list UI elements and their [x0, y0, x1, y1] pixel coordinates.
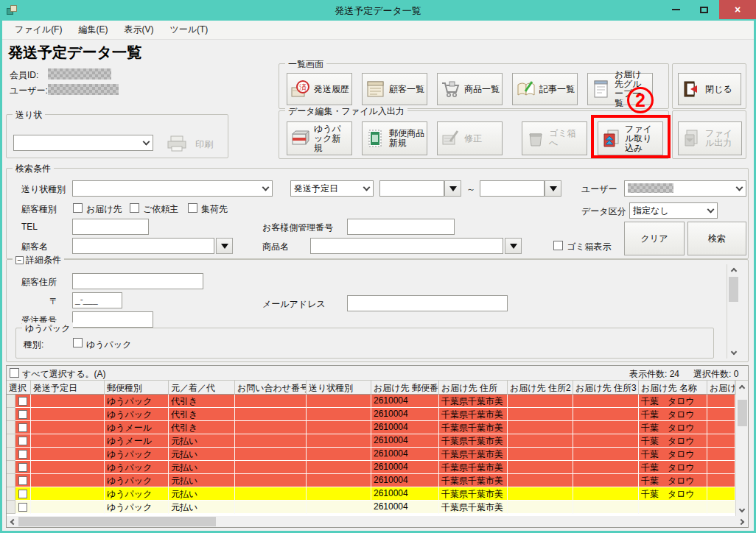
grid-column-header[interactable]: お届け先 名称	[639, 381, 707, 395]
menu-tools[interactable]: ツール(T)	[163, 21, 214, 38]
table-row[interactable]: ゆうパック元払い2610004千葉県千葉市美千葉 タロウ	[7, 461, 748, 474]
search-user-select[interactable]	[624, 180, 746, 197]
data-class-select[interactable]: 指定なし	[629, 202, 718, 219]
table-row[interactable]: ゆうメール代引き2610004千葉県千葉市美千葉 タロウ	[7, 421, 748, 434]
row-header[interactable]	[7, 395, 15, 408]
customer-name-input[interactable]	[72, 238, 214, 254]
grid-vertical-scrollbar[interactable]	[735, 381, 748, 516]
select-all-checkbox[interactable]	[10, 368, 19, 378]
grid-column-header[interactable]: お届け先	[707, 381, 735, 395]
scrollbar-thumb[interactable]	[729, 277, 738, 302]
customer-name-dropdown-button[interactable]	[216, 238, 233, 254]
grid-column-header[interactable]: お届け先 住所3	[573, 381, 639, 395]
grid-column-header[interactable]: 選択	[7, 381, 31, 395]
row-header[interactable]	[7, 461, 15, 474]
table-row[interactable]: ゆうパック代引き2610004千葉県千葉市美千葉 タロウ	[7, 395, 748, 408]
row-header[interactable]	[7, 408, 15, 421]
row-select-checkbox[interactable]	[18, 503, 27, 512]
postal-input[interactable]: _-___	[72, 292, 122, 308]
trash-view-checkbox[interactable]	[553, 241, 563, 250]
date-to-input[interactable]	[480, 180, 545, 197]
menu-file[interactable]: ファイル(F)	[8, 21, 69, 38]
file-export-icon	[681, 127, 703, 149]
close-screen-button[interactable]: 閉じる	[678, 73, 741, 105]
row-header[interactable]	[7, 448, 15, 461]
pickup-checkbox[interactable]	[188, 203, 197, 213]
row-header[interactable]	[7, 434, 15, 448]
scroll-down-button[interactable]	[727, 347, 740, 359]
yupack-new-button[interactable]: ゆうパック新規	[287, 121, 352, 155]
date-from-picker-button[interactable]	[444, 180, 461, 197]
product-list-button[interactable]: 商品一覧	[437, 73, 503, 105]
order-no-input[interactable]	[72, 311, 153, 328]
detail-scrollbar[interactable]	[727, 264, 739, 359]
table-row[interactable]: ゆうパック元払い2610004千葉県千葉市美千葉 タロウ	[7, 448, 748, 461]
scrollbar-thumb[interactable]	[738, 400, 747, 426]
row-select-checkbox[interactable]	[18, 476, 27, 485]
customer-admin-no-input[interactable]	[347, 219, 455, 235]
file-export-button[interactable]: ファイル出力	[678, 121, 742, 155]
customer-address-input[interactable]	[72, 273, 203, 289]
sender-checkbox[interactable]	[130, 203, 139, 213]
yupack-checkbox[interactable]	[73, 338, 83, 347]
grid-column-header[interactable]: お届け先 郵便番号	[371, 381, 439, 395]
scroll-up-button[interactable]	[727, 264, 740, 275]
grid-column-header[interactable]: 元／着／代	[169, 381, 235, 395]
product-name-input[interactable]	[310, 238, 503, 254]
row-select-checkbox[interactable]	[18, 410, 27, 419]
row-select-checkbox[interactable]	[18, 437, 27, 445]
row-select-checkbox[interactable]	[18, 423, 27, 432]
print-button[interactable]: 印刷	[195, 138, 213, 151]
table-row[interactable]: ゆうメール元払い2610004千葉県千葉市美千葉 タロウ	[7, 434, 748, 448]
menu-view[interactable]: 表示(V)	[117, 21, 160, 38]
scroll-up-button[interactable]	[736, 381, 748, 392]
row-select-checkbox[interactable]	[18, 463, 27, 472]
date-type-select[interactable]: 発送予定日	[290, 180, 374, 197]
scroll-right-button[interactable]	[737, 516, 748, 527]
grid-column-header[interactable]: 送り状種別	[307, 381, 371, 395]
row-header[interactable]	[7, 487, 15, 501]
article-list-button[interactable]: 記事一覧	[512, 73, 578, 105]
file-import-button[interactable]: ファイル取り込み	[598, 121, 663, 155]
product-name-dropdown-button[interactable]	[505, 238, 522, 254]
row-header[interactable]	[7, 501, 15, 514]
row-select-checkbox[interactable]	[18, 490, 27, 498]
edit-button[interactable]: 修正	[437, 121, 503, 155]
invoice-select[interactable]	[13, 135, 153, 151]
table-row[interactable]: ゆうパック元払い2610004千葉県千葉市美千葉 タロウ	[7, 487, 748, 501]
table-row[interactable]: ゆうパック元払い2610004千葉県千葉市美	[7, 501, 748, 514]
grid-column-header[interactable]: お問い合わせ番号	[235, 381, 307, 395]
mail-address-input[interactable]	[347, 295, 508, 311]
grid-horizontal-scrollbar[interactable]	[7, 516, 748, 527]
shipping-history-button[interactable]: 済 発送履歴	[287, 73, 352, 105]
recipient-checkbox[interactable]	[73, 203, 83, 213]
customer-list-button[interactable]: 顧客一覧	[362, 73, 427, 105]
minimize-button[interactable]	[663, 0, 688, 19]
scroll-down-button[interactable]	[736, 504, 748, 516]
scroll-left-button[interactable]	[7, 516, 18, 527]
scrollbar-thumb[interactable]	[18, 517, 216, 526]
delivery-group-list-button[interactable]: お届け先グループ一覧	[587, 73, 653, 105]
search-button[interactable]: 検索	[687, 222, 746, 255]
table-row[interactable]: ゆうパック元払い2610004千葉県千葉市美千葉 タロウ	[7, 474, 748, 487]
date-to-picker-button[interactable]	[545, 180, 561, 197]
table-row[interactable]: ゆうパック代引き2610004千葉県千葉市美千葉 タロウ	[7, 408, 748, 421]
postal-product-new-button[interactable]: 郵便商品新規	[362, 121, 427, 155]
row-header[interactable]	[7, 474, 15, 487]
row-select-checkbox[interactable]	[18, 397, 27, 406]
close-window-button[interactable]: ×	[719, 0, 756, 19]
date-from-input[interactable]	[379, 180, 444, 197]
clear-button[interactable]: クリア	[624, 222, 685, 255]
row-header[interactable]	[7, 421, 15, 434]
maximize-button[interactable]	[691, 0, 716, 19]
grid-column-header[interactable]: お届け先 住所	[439, 381, 508, 395]
to-trash-button[interactable]: ゴミ箱へ	[522, 121, 587, 155]
tel-input[interactable]	[72, 219, 149, 235]
collapse-icon[interactable]: −	[15, 256, 24, 264]
grid-column-header[interactable]: 発送予定日	[31, 381, 105, 395]
grid-column-header[interactable]: 郵便種別	[105, 381, 169, 395]
invoice-type-select[interactable]	[72, 180, 273, 197]
row-select-checkbox[interactable]	[18, 450, 27, 459]
menu-edit[interactable]: 編集(E)	[71, 21, 114, 38]
grid-column-header[interactable]: お届け先 住所2	[508, 381, 573, 395]
